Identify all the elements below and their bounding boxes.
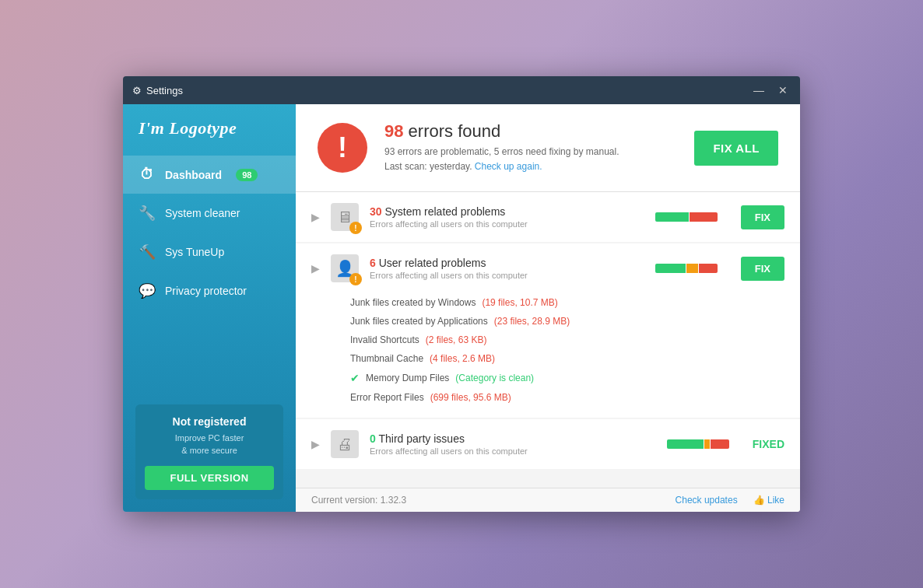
third-party-icon-wrap: 🖨 [331,430,359,458]
fixed-label-third-party: FIXED [753,438,784,450]
system-related-title-text: System related problems [384,205,505,218]
hero-title: 98 errors found [384,121,677,142]
hero-subtitle-line1: 93 errors are problematic, 5 erros need … [384,146,619,157]
check-updates-link[interactable]: Check updates [676,495,738,506]
hero-error-icon: ! [318,123,367,173]
sidebar-item-dashboard[interactable]: ⏱ Dashboard 98 [123,156,296,194]
footer-like-button[interactable]: 👍 Like [753,495,784,506]
titlebar-title: ⚙ Settings [132,85,750,96]
not-registered-title: Not registered [145,415,274,428]
third-party-desc: Errors affecting all users on this compu… [370,446,656,456]
sidebar-bottom: Not registered Improve PC faster& more s… [123,392,296,512]
bar-green-system [655,212,689,222]
fix-button-system-related[interactable]: FIX [741,205,784,229]
bar-yellow-user [686,264,699,273]
subitem-shortcuts-detail: (2 files, 63 KB) [426,334,487,345]
sidebar-item-label-system-cleaner: System cleaner [165,207,240,219]
user-related-bar [655,264,718,273]
dashboard-icon: ⏱ [139,166,156,183]
subitem-thumbnail-label: Thumbnail Cache [350,353,423,364]
sidebar-item-system-cleaner[interactable]: 🔧 System cleaner [123,194,296,233]
third-party-info: 0 Third party issues Errors affecting al… [370,432,656,456]
bar-red-third [711,439,728,449]
hero-error-count: 98 [384,121,403,141]
third-party-title: 0 Third party issues [370,432,656,445]
problem-header-user-related[interactable]: ▶ 👤 ! 6 User related problems Errors aff… [296,243,800,293]
user-related-desc: Errors affecting all users on this compu… [370,271,644,280]
system-related-icon-wrap: 🖥 ! [331,203,359,231]
third-party-arrow-icon: ▶ [311,438,320,450]
problem-header-system-related[interactable]: ▶ 🖥 ! 30 System related problems Errors … [296,192,800,242]
problem-header-third-party[interactable]: ▶ 🖨 0 Third party issues Errors affectin… [296,419,800,469]
sidebar-item-privacy-protector[interactable]: 💬 Privacy protector [123,271,296,310]
subitem-memory-dump-detail: (Category is clean) [455,373,534,383]
subitem-junk-apps: Junk files created by Applications (23 f… [350,312,784,331]
system-related-info: 30 System related problems Errors affect… [370,205,644,229]
system-related-title: 30 System related problems [370,205,644,218]
fix-button-user-related[interactable]: FIX [741,257,784,281]
problem-section-user-related: ▶ 👤 ! 6 User related problems Errors aff… [296,243,800,418]
minimize-button[interactable]: — [750,83,767,97]
subitem-error-report: Error Report Files (699 files, 95.6 MB) [350,388,784,407]
third-party-icon: 🖨 [331,430,359,458]
hero-text: 98 errors found 93 errors are problemati… [384,121,677,174]
hero-section: ! 98 errors found 93 errors are problema… [296,104,800,192]
sidebar-item-label-privacy-protector: Privacy protector [165,285,247,297]
subitem-memory-dump: ✔ Memory Dump Files (Category is clean) [350,368,784,388]
not-registered-box: Not registered Improve PC faster& more s… [135,404,283,499]
bar-red-user [699,264,717,273]
hero-subtitle-line2: Last scan: yesterday. [384,161,472,172]
subitem-junk-apps-label: Junk files created by Applications [350,316,488,327]
system-related-desc: Errors affecting all users on this compu… [370,219,644,229]
not-registered-subtitle: Improve PC faster& more secure [145,432,274,457]
sidebar-item-label-dashboard: Dashboard [165,169,222,181]
subitem-shortcuts-label: Invalid Shortcuts [350,334,419,345]
app-window: ⚙ Settings — ✕ I'm Logotype ⏱ Dashboard … [123,76,800,512]
user-related-title: 6 User related problems [370,257,644,269]
user-related-icon-wrap: 👤 ! [331,254,359,282]
bar-green-user [655,264,686,273]
subitem-thumbnail-detail: (4 files, 2.6 MB) [430,353,495,364]
dashboard-badge: 98 [236,169,258,181]
subitem-junk-windows: Junk files created by Windows (19 files,… [350,293,784,312]
titlebar-controls: — ✕ [750,83,791,97]
sidebar-item-sys-tuneup[interactable]: 🔨 Sys TuneUp [123,233,296,271]
sidebar: I'm Logotype ⏱ Dashboard 98 🔧 System cle… [123,104,296,512]
system-related-arrow-icon: ▶ [311,211,320,223]
hero-title-suffix: errors found [403,121,500,141]
system-related-num: 30 [370,205,382,218]
user-related-num: 6 [370,257,376,269]
user-related-title-text: User related problems [379,257,486,269]
check-again-link[interactable]: Check up again. [475,161,542,172]
footer-version: Current version: 1.32.3 [311,495,406,506]
third-party-num: 0 [370,432,376,445]
hero-subtitle: 93 errors are problematic, 5 erros need … [384,145,677,174]
subitem-junk-windows-label: Junk files created by Windows [350,297,476,308]
titlebar: ⚙ Settings — ✕ [123,76,800,104]
user-related-arrow-icon: ▶ [311,262,320,275]
settings-icon: ⚙ [132,85,142,96]
third-party-bar [667,439,729,449]
titlebar-title-text: Settings [146,85,183,96]
check-icon: ✔ [350,372,360,384]
full-version-button[interactable]: FULL VERSION [145,466,274,490]
content-area: ! 98 errors found 93 errors are problema… [296,104,800,512]
problems-list: ▶ 🖥 ! 30 System related problems Errors … [296,192,800,488]
user-related-subitems: Junk files created by Windows (19 files,… [296,293,800,418]
privacy-protector-icon: 💬 [139,282,156,299]
sidebar-item-label-sys-tuneup: Sys TuneUp [165,246,224,258]
system-related-warn-icon: ! [349,222,362,234]
system-cleaner-icon: 🔧 [139,205,156,222]
close-button[interactable]: ✕ [775,83,791,97]
footer: Current version: 1.32.3 Check updates 👍 … [296,488,800,512]
problem-section-third-party: ▶ 🖨 0 Third party issues Errors affectin… [296,419,800,469]
subitem-shortcuts: Invalid Shortcuts (2 files, 63 KB) [350,331,784,349]
bar-red-system [690,212,718,222]
user-related-info: 6 User related problems Errors affecting… [370,257,644,280]
system-related-bar [655,212,718,222]
subitem-error-report-detail: (699 files, 95.6 MB) [430,392,511,403]
bar-yellow-third [704,439,711,449]
fix-all-button[interactable]: FIX ALL [694,131,778,166]
subitem-junk-apps-detail: (23 files, 28.9 MB) [494,316,570,327]
main-layout: I'm Logotype ⏱ Dashboard 98 🔧 System cle… [123,104,800,512]
